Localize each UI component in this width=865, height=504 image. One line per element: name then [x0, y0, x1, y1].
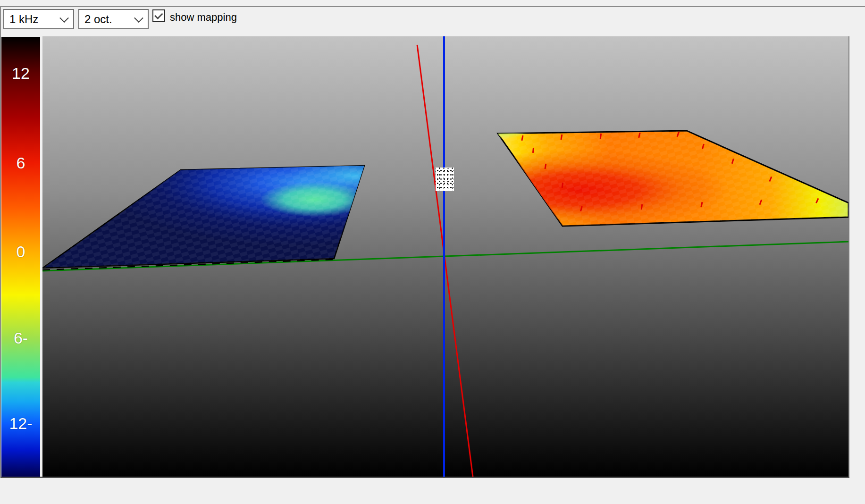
left-audience-plane — [42, 166, 364, 268]
3d-view[interactable] — [42, 36, 848, 477]
panel-border-top — [0, 6, 865, 7]
colorbar-tick: 12 — [1, 64, 40, 83]
chevron-down-icon[interactable] — [59, 13, 69, 23]
panel-border-left — [0, 6, 1, 478]
show-mapping-checkbox[interactable] — [152, 9, 165, 22]
view-border-bottom — [1, 477, 849, 478]
source-marker[interactable] — [436, 168, 454, 191]
bandwidth-select[interactable]: 2 oct. — [78, 9, 149, 29]
colorbar-tick: 12- — [1, 414, 40, 433]
chevron-down-icon[interactable] — [134, 13, 143, 23]
colorbar: 12 6 0 6- 12- — [1, 37, 40, 477]
checkmark-icon — [154, 10, 163, 19]
colorbar-tick: 6 — [1, 153, 40, 172]
frequency-select[interactable]: 1 kHz — [3, 9, 74, 29]
colorbar-tick: 0 — [1, 242, 40, 260]
right-audience-plane — [498, 131, 848, 226]
colorbar-tick: 6- — [1, 329, 40, 347]
bandwidth-select-value: 2 oct. — [84, 13, 112, 26]
scene-canvas — [42, 36, 848, 477]
spl-mapping-window: { "toolbar": { "frequency_select": { "va… — [0, 0, 865, 504]
view-border-right — [848, 36, 849, 477]
frequency-select-value: 1 kHz — [9, 13, 38, 26]
show-mapping-label[interactable]: show mapping — [170, 11, 237, 24]
